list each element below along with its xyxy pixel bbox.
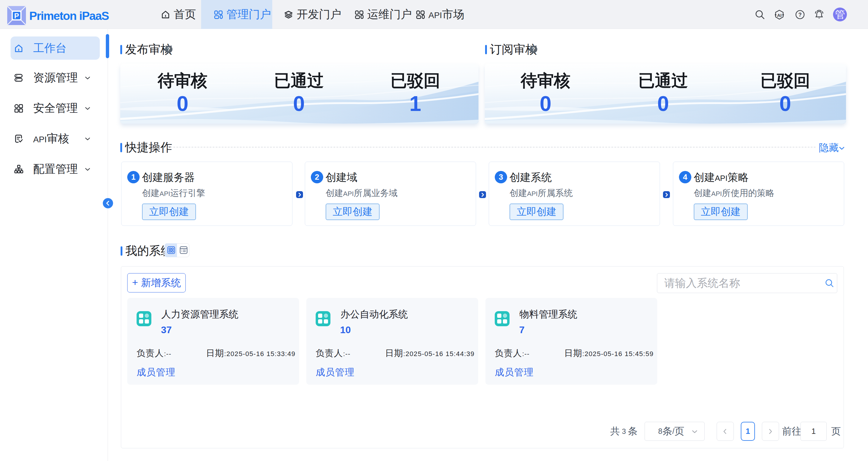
svg-text:?: ? — [798, 12, 802, 18]
svg-text:P: P — [14, 12, 19, 20]
svg-text:AI: AI — [777, 13, 782, 18]
